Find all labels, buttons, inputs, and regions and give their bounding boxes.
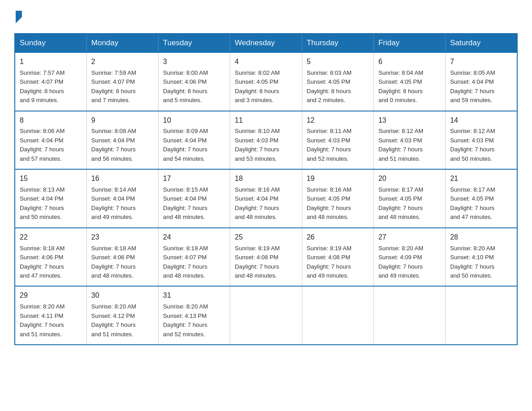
calendar-day-cell: 16Sunrise: 8:14 AM Sunset: 4:04 PM Dayli… — [86, 169, 158, 228]
day-info: Sunrise: 8:20 AM Sunset: 4:11 PM Dayligh… — [20, 302, 82, 339]
day-number: 17 — [163, 173, 225, 184]
day-info: Sunrise: 8:12 AM Sunset: 4:03 PM Dayligh… — [378, 127, 441, 163]
calendar-day-cell: 10Sunrise: 8:09 AM Sunset: 4:04 PM Dayli… — [159, 111, 230, 170]
day-info: Sunrise: 7:57 AM Sunset: 4:07 PM Dayligh… — [20, 68, 82, 105]
calendar-week-row: 1Sunrise: 7:57 AM Sunset: 4:07 PM Daylig… — [15, 52, 517, 111]
day-info: Sunrise: 8:16 AM Sunset: 4:04 PM Dayligh… — [235, 185, 297, 222]
day-info: Sunrise: 8:17 AM Sunset: 4:05 PM Dayligh… — [378, 185, 441, 222]
calendar-table: Sunday Monday Tuesday Wednesday Thursday… — [14, 33, 518, 345]
calendar-week-row: 29Sunrise: 8:20 AM Sunset: 4:11 PM Dayli… — [15, 286, 517, 345]
header-wednesday: Wednesday — [230, 34, 302, 52]
day-info: Sunrise: 8:19 AM Sunset: 4:07 PM Dayligh… — [163, 244, 225, 281]
calendar-day-cell: 14Sunrise: 8:12 AM Sunset: 4:03 PM Dayli… — [446, 111, 517, 170]
calendar-week-row: 8Sunrise: 8:06 AM Sunset: 4:04 PM Daylig… — [15, 111, 517, 170]
day-number: 26 — [307, 232, 369, 243]
day-number: 13 — [378, 115, 441, 126]
calendar-day-cell: 15Sunrise: 8:13 AM Sunset: 4:04 PM Dayli… — [15, 169, 86, 228]
calendar-day-cell: 30Sunrise: 8:20 AM Sunset: 4:12 PM Dayli… — [86, 286, 158, 345]
day-number: 24 — [163, 232, 225, 243]
day-number: 4 — [235, 56, 297, 68]
day-number: 10 — [163, 115, 225, 126]
day-info: Sunrise: 8:02 AM Sunset: 4:05 PM Dayligh… — [235, 68, 297, 105]
day-number: 28 — [450, 232, 512, 243]
day-number: 31 — [163, 290, 225, 301]
day-number: 18 — [235, 173, 297, 184]
header-sunday: Sunday — [15, 34, 86, 52]
day-number: 5 — [307, 56, 369, 68]
calendar-day-cell: 2Sunrise: 7:59 AM Sunset: 4:07 PM Daylig… — [86, 52, 158, 111]
calendar-day-cell — [446, 286, 517, 345]
logo-triangle-icon — [16, 11, 22, 23]
day-number: 7 — [450, 56, 512, 68]
calendar-day-cell: 3Sunrise: 8:00 AM Sunset: 4:06 PM Daylig… — [159, 52, 230, 111]
day-info: Sunrise: 8:20 AM Sunset: 4:13 PM Dayligh… — [163, 302, 225, 339]
day-number: 6 — [378, 56, 441, 68]
day-info: Sunrise: 7:59 AM Sunset: 4:07 PM Dayligh… — [91, 68, 154, 105]
day-info: Sunrise: 8:15 AM Sunset: 4:04 PM Dayligh… — [163, 185, 225, 222]
day-info: Sunrise: 8:08 AM Sunset: 4:04 PM Dayligh… — [91, 127, 154, 163]
calendar-day-cell — [230, 286, 302, 345]
day-info: Sunrise: 8:13 AM Sunset: 4:04 PM Dayligh… — [20, 185, 82, 222]
day-number: 29 — [20, 290, 82, 301]
day-info: Sunrise: 8:20 AM Sunset: 4:10 PM Dayligh… — [450, 244, 512, 281]
calendar-day-cell — [302, 286, 373, 345]
day-number: 3 — [163, 56, 225, 68]
calendar-day-cell: 25Sunrise: 8:19 AM Sunset: 4:08 PM Dayli… — [230, 228, 302, 287]
day-info: Sunrise: 8:10 AM Sunset: 4:03 PM Dayligh… — [235, 127, 297, 163]
calendar-day-cell: 4Sunrise: 8:02 AM Sunset: 4:05 PM Daylig… — [230, 52, 302, 111]
day-number: 22 — [20, 232, 82, 243]
day-number: 15 — [20, 173, 82, 184]
day-info: Sunrise: 8:06 AM Sunset: 4:04 PM Dayligh… — [20, 127, 82, 163]
calendar-day-cell: 13Sunrise: 8:12 AM Sunset: 4:03 PM Dayli… — [373, 111, 445, 170]
day-number: 8 — [20, 115, 82, 126]
calendar-day-cell: 7Sunrise: 8:05 AM Sunset: 4:04 PM Daylig… — [446, 52, 517, 111]
day-info: Sunrise: 8:14 AM Sunset: 4:04 PM Dayligh… — [91, 185, 154, 222]
day-number: 25 — [235, 232, 297, 243]
calendar-day-cell: 28Sunrise: 8:20 AM Sunset: 4:10 PM Dayli… — [446, 228, 517, 287]
day-info: Sunrise: 8:03 AM Sunset: 4:05 PM Dayligh… — [307, 68, 369, 105]
calendar-day-cell: 18Sunrise: 8:16 AM Sunset: 4:04 PM Dayli… — [230, 169, 302, 228]
calendar-week-row: 22Sunrise: 8:18 AM Sunset: 4:06 PM Dayli… — [15, 228, 517, 287]
day-number: 20 — [378, 173, 441, 184]
calendar-day-cell: 31Sunrise: 8:20 AM Sunset: 4:13 PM Dayli… — [159, 286, 230, 345]
calendar-day-cell: 27Sunrise: 8:20 AM Sunset: 4:09 PM Dayli… — [373, 228, 445, 287]
day-number: 30 — [91, 290, 154, 301]
day-info: Sunrise: 8:19 AM Sunset: 4:08 PM Dayligh… — [235, 244, 297, 281]
day-info: Sunrise: 8:11 AM Sunset: 4:03 PM Dayligh… — [307, 127, 369, 163]
calendar-day-cell: 9Sunrise: 8:08 AM Sunset: 4:04 PM Daylig… — [86, 111, 158, 170]
day-info: Sunrise: 8:00 AM Sunset: 4:06 PM Dayligh… — [163, 68, 225, 105]
day-info: Sunrise: 8:12 AM Sunset: 4:03 PM Dayligh… — [450, 127, 512, 163]
day-number: 2 — [91, 56, 154, 68]
day-number: 23 — [91, 232, 154, 243]
day-info: Sunrise: 8:20 AM Sunset: 4:12 PM Dayligh… — [91, 302, 154, 339]
day-info: Sunrise: 8:16 AM Sunset: 4:05 PM Dayligh… — [307, 185, 369, 222]
calendar-day-cell: 19Sunrise: 8:16 AM Sunset: 4:05 PM Dayli… — [302, 169, 373, 228]
page-header — [14, 11, 518, 25]
day-number: 14 — [450, 115, 512, 126]
calendar-day-cell: 22Sunrise: 8:18 AM Sunset: 4:06 PM Dayli… — [15, 228, 86, 287]
calendar-day-cell: 6Sunrise: 8:04 AM Sunset: 4:05 PM Daylig… — [373, 52, 445, 111]
header-row: Sunday Monday Tuesday Wednesday Thursday… — [15, 34, 517, 52]
calendar-day-cell — [373, 286, 445, 345]
logo — [14, 11, 22, 25]
day-info: Sunrise: 8:20 AM Sunset: 4:09 PM Dayligh… — [378, 244, 441, 281]
header-saturday: Saturday — [446, 34, 517, 52]
calendar-day-cell: 21Sunrise: 8:17 AM Sunset: 4:05 PM Dayli… — [446, 169, 517, 228]
header-monday: Monday — [86, 34, 158, 52]
calendar-header: Sunday Monday Tuesday Wednesday Thursday… — [15, 34, 517, 52]
calendar-day-cell: 5Sunrise: 8:03 AM Sunset: 4:05 PM Daylig… — [302, 52, 373, 111]
day-number: 16 — [91, 173, 154, 184]
day-number: 12 — [307, 115, 369, 126]
calendar-day-cell: 12Sunrise: 8:11 AM Sunset: 4:03 PM Dayli… — [302, 111, 373, 170]
header-friday: Friday — [373, 34, 445, 52]
day-info: Sunrise: 8:09 AM Sunset: 4:04 PM Dayligh… — [163, 127, 225, 163]
day-info: Sunrise: 8:04 AM Sunset: 4:05 PM Dayligh… — [378, 68, 441, 105]
calendar-day-cell: 11Sunrise: 8:10 AM Sunset: 4:03 PM Dayli… — [230, 111, 302, 170]
day-info: Sunrise: 8:17 AM Sunset: 4:05 PM Dayligh… — [450, 185, 512, 222]
calendar-day-cell: 29Sunrise: 8:20 AM Sunset: 4:11 PM Dayli… — [15, 286, 86, 345]
calendar-day-cell: 24Sunrise: 8:19 AM Sunset: 4:07 PM Dayli… — [159, 228, 230, 287]
day-number: 27 — [378, 232, 441, 243]
day-number: 21 — [450, 173, 512, 184]
day-number: 11 — [235, 115, 297, 126]
calendar-body: 1Sunrise: 7:57 AM Sunset: 4:07 PM Daylig… — [15, 52, 517, 345]
